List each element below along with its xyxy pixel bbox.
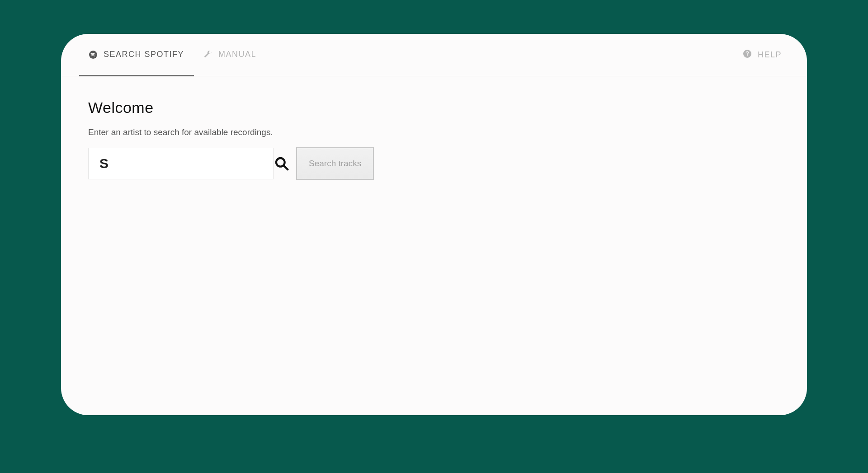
main-panel: SEARCH SPOTIFY MANUAL HELP Welcome Enter… — [61, 34, 807, 415]
tab-label: SEARCH SPOTIFY — [104, 50, 184, 59]
tab-manual[interactable]: MANUAL — [194, 34, 266, 76]
tab-bar: SEARCH SPOTIFY MANUAL HELP — [61, 34, 807, 76]
tab-search-spotify[interactable]: SEARCH SPOTIFY — [79, 34, 194, 76]
help-icon — [743, 50, 751, 60]
help-label: HELP — [758, 50, 782, 60]
content-area: Welcome Enter an artist to search for av… — [61, 76, 807, 202]
wrench-icon — [204, 51, 212, 59]
spotify-icon — [89, 51, 97, 59]
svg-line-2 — [283, 165, 288, 169]
help-link[interactable]: HELP — [727, 50, 798, 60]
page-title: Welcome — [88, 99, 780, 117]
search-icon — [274, 156, 289, 171]
search-box — [88, 148, 274, 179]
artist-search-input[interactable] — [99, 156, 274, 171]
tab-label: MANUAL — [218, 50, 256, 59]
search-row: Search tracks — [88, 147, 780, 180]
instruction-text: Enter an artist to search for available … — [88, 127, 780, 137]
search-tracks-button[interactable]: Search tracks — [296, 147, 374, 180]
